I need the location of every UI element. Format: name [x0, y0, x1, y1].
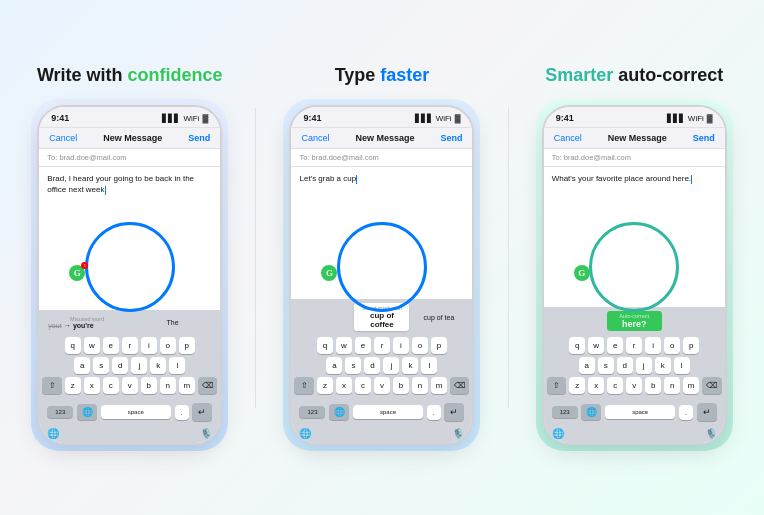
key-return-1[interactable]: ↵ — [192, 403, 212, 421]
key-v-3[interactable]: v — [626, 377, 642, 394]
battery-icon-2: ▓ — [455, 114, 461, 123]
key-i-3[interactable]: i — [645, 337, 661, 354]
nav-cancel-1[interactable]: Cancel — [49, 133, 77, 143]
key-i-2[interactable]: i — [393, 337, 409, 354]
key-l-2[interactable]: l — [421, 357, 437, 374]
key-b-3[interactable]: b — [645, 377, 661, 394]
key-z[interactable]: z — [65, 377, 81, 394]
key-123-3[interactable]: 123 — [552, 406, 578, 418]
globe-icon-1[interactable]: 🌐 — [47, 428, 59, 439]
key-p-3[interactable]: p — [683, 337, 699, 354]
key-l-3[interactable]: l — [674, 357, 690, 374]
key-d-3[interactable]: d — [617, 357, 633, 374]
nav-cancel-2[interactable]: Cancel — [301, 133, 329, 143]
key-r[interactable]: r — [122, 337, 138, 354]
key-space-3[interactable]: space — [605, 405, 675, 419]
key-a-2[interactable]: a — [326, 357, 342, 374]
message-body-1: Brad, I heard your going to be back in t… — [39, 167, 220, 207]
email-to-2: To: brad.doe@mail.com — [291, 149, 472, 167]
nav-cancel-3[interactable]: Cancel — [554, 133, 582, 143]
key-return-3[interactable]: ↵ — [697, 403, 717, 421]
key-emoji-1[interactable]: 🌐 — [77, 404, 97, 420]
key-d[interactable]: d — [112, 357, 128, 374]
key-w-2[interactable]: w — [336, 337, 352, 354]
key-e-3[interactable]: e — [607, 337, 623, 354]
key-c-2[interactable]: c — [355, 377, 371, 394]
key-shift[interactable]: ⇧ — [42, 377, 62, 394]
key-x-2[interactable]: x — [336, 377, 352, 394]
key-n-3[interactable]: n — [664, 377, 680, 394]
key-w-3[interactable]: w — [588, 337, 604, 354]
key-delete[interactable]: ⌫ — [198, 377, 218, 394]
key-d-2[interactable]: d — [364, 357, 380, 374]
key-r-2[interactable]: r — [374, 337, 390, 354]
key-s-3[interactable]: s — [598, 357, 614, 374]
key-i[interactable]: i — [141, 337, 157, 354]
key-s[interactable]: s — [93, 357, 109, 374]
key-shift-3[interactable]: ⇧ — [547, 377, 567, 394]
mic-icon-3[interactable]: 🎙️ — [705, 428, 717, 439]
key-o[interactable]: o — [160, 337, 176, 354]
key-a[interactable]: a — [74, 357, 90, 374]
nav-send-2[interactable]: Send — [440, 133, 462, 143]
key-p[interactable]: p — [179, 337, 195, 354]
key-v-2[interactable]: v — [374, 377, 390, 394]
key-v[interactable]: v — [122, 377, 138, 394]
key-emoji-2[interactable]: 🌐 — [329, 404, 349, 420]
key-j-2[interactable]: j — [383, 357, 399, 374]
key-shift-2[interactable]: ⇧ — [294, 377, 314, 394]
key-period-1[interactable]: . — [175, 405, 189, 420]
key-z-2[interactable]: z — [317, 377, 333, 394]
nav-send-3[interactable]: Send — [693, 133, 715, 143]
key-delete-3[interactable]: ⌫ — [702, 377, 722, 394]
key-j-3[interactable]: j — [636, 357, 652, 374]
key-return-2[interactable]: ↵ — [444, 403, 464, 421]
key-row-2: a s d j k l — [42, 357, 217, 374]
key-period-2[interactable]: . — [427, 405, 441, 420]
phone-3-nav: Cancel New Message Send — [544, 128, 725, 149]
key-b-2[interactable]: b — [393, 377, 409, 394]
key-space-1[interactable]: space — [101, 405, 171, 419]
nav-send-1[interactable]: Send — [188, 133, 210, 143]
phone-2-status-bar: 9:41 ▋▋▋ WiFi ▓ — [291, 107, 472, 128]
mic-icon-1[interactable]: 🎙️ — [200, 428, 212, 439]
key-m[interactable]: m — [179, 377, 195, 394]
key-j[interactable]: j — [131, 357, 147, 374]
key-q-2[interactable]: q — [317, 337, 333, 354]
key-123-2[interactable]: 123 — [299, 406, 325, 418]
key-k[interactable]: k — [150, 357, 166, 374]
key-period-3[interactable]: . — [679, 405, 693, 420]
key-p-2[interactable]: p — [431, 337, 447, 354]
key-o-3[interactable]: o — [664, 337, 680, 354]
key-m-3[interactable]: m — [683, 377, 699, 394]
key-o-2[interactable]: o — [412, 337, 428, 354]
mic-icon-2[interactable]: 🎙️ — [452, 428, 464, 439]
key-b[interactable]: b — [141, 377, 157, 394]
key-l[interactable]: l — [169, 357, 185, 374]
key-delete-2[interactable]: ⌫ — [450, 377, 470, 394]
key-n-2[interactable]: n — [412, 377, 428, 394]
key-w[interactable]: w — [84, 337, 100, 354]
globe-icon-3[interactable]: 🌐 — [552, 428, 564, 439]
key-s-2[interactable]: s — [345, 357, 361, 374]
key-k-2[interactable]: k — [402, 357, 418, 374]
key-space-2[interactable]: space — [353, 405, 423, 419]
key-q[interactable]: q — [65, 337, 81, 354]
key-e-2[interactable]: e — [355, 337, 371, 354]
mic-bar-2: 🌐 🎙️ — [291, 426, 472, 443]
key-z-3[interactable]: z — [569, 377, 585, 394]
key-c-3[interactable]: c — [607, 377, 623, 394]
key-k-3[interactable]: k — [655, 357, 671, 374]
key-c[interactable]: c — [103, 377, 119, 394]
globe-icon-2[interactable]: 🌐 — [299, 428, 311, 439]
key-e[interactable]: e — [103, 337, 119, 354]
key-x-3[interactable]: x — [588, 377, 604, 394]
key-x[interactable]: x — [84, 377, 100, 394]
key-n[interactable]: n — [160, 377, 176, 394]
key-emoji-3[interactable]: 🌐 — [581, 404, 601, 420]
key-r-3[interactable]: r — [626, 337, 642, 354]
key-a-3[interactable]: a — [579, 357, 595, 374]
key-123-1[interactable]: 123 — [47, 406, 73, 418]
key-m-2[interactable]: m — [431, 377, 447, 394]
key-q-3[interactable]: q — [569, 337, 585, 354]
